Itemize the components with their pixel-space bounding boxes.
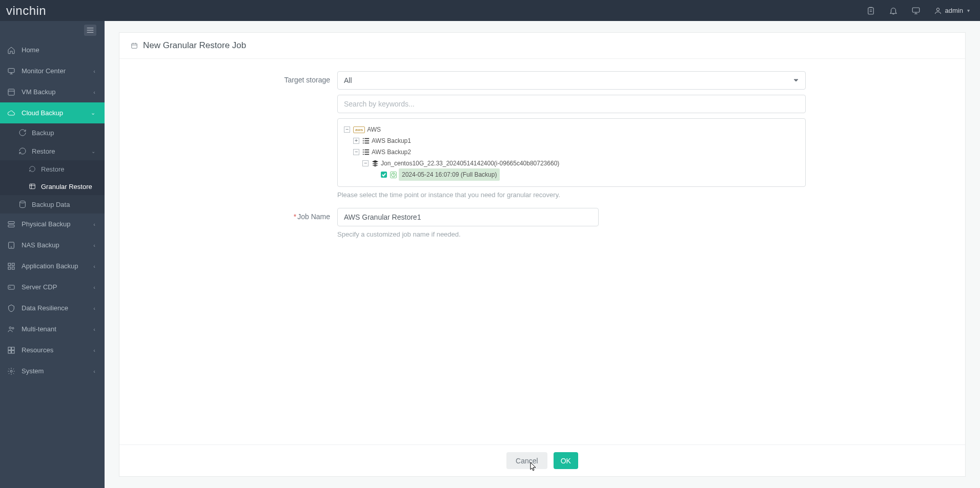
tree-timepoint[interactable]: 2024-05-24 16:07:09 (Full Backup) [344, 169, 799, 180]
chevron-down-icon: ⌄ [91, 148, 95, 154]
tree-backup2-label: AWS Backup2 [372, 146, 411, 158]
svg-point-17 [9, 327, 11, 329]
subnav-backup-data[interactable]: Backup Data [0, 195, 105, 214]
bell-icon[interactable] [889, 6, 898, 15]
nav-application-backup[interactable]: Application Backup ‹ [0, 256, 105, 277]
subsubnav-restore[interactable]: Restore [0, 160, 105, 178]
svg-rect-20 [12, 347, 14, 350]
layers-icon [372, 160, 379, 167]
chevron-down-icon: ▾ [967, 8, 970, 13]
subnav-label: Backup Data [32, 201, 70, 208]
panel-footer: Cancel OK [119, 444, 965, 476]
svg-point-2 [936, 8, 939, 10]
chevron-down-icon: ⌄ [91, 110, 95, 116]
subsubnav-label: Granular Restore [41, 183, 92, 190]
tree-root-label: AWS [367, 124, 381, 135]
nav-monitor[interactable]: Monitor Center ‹ [0, 60, 105, 81]
nav-server-cdp[interactable]: Server CDP ‹ [0, 277, 105, 298]
svg-rect-33 [363, 152, 364, 153]
svg-rect-14 [12, 267, 14, 269]
tree-backup2[interactable]: − AWS Backup2 [344, 146, 799, 158]
search-input[interactable] [337, 95, 806, 113]
nav-nas-backup[interactable]: NAS Backup ‹ [0, 235, 105, 256]
sidebar-toggle-button[interactable] [84, 25, 96, 36]
target-storage-select[interactable]: All [337, 71, 806, 90]
svg-rect-29 [363, 143, 364, 144]
tree-instance-label: Jon_centos10G_22.33_20240514142400(i-096… [381, 158, 559, 169]
nav-label: VM Backup [22, 88, 55, 96]
svg-point-10 [11, 246, 11, 247]
chevron-left-icon: ‹ [93, 284, 95, 290]
nav-multi-tenant[interactable]: Multi-tenant ‹ [0, 319, 105, 340]
collapse-icon[interactable]: − [344, 126, 350, 133]
chevron-left-icon: ‹ [93, 305, 95, 311]
nav-label: System [22, 367, 44, 375]
nas-icon [7, 241, 15, 249]
nav-label: Physical Backup [22, 220, 70, 228]
nav-label: Resources [22, 346, 53, 354]
nav-vm-backup[interactable]: VM Backup ‹ [0, 81, 105, 102]
collapse-icon[interactable]: − [362, 160, 369, 166]
ok-button[interactable]: OK [554, 452, 578, 469]
sidebar: Home Monitor Center ‹ VM Backup ‹ Cloud … [0, 21, 105, 488]
field-job-name: Specify a customized job name if needed. [337, 208, 806, 238]
svg-rect-1 [912, 8, 920, 12]
svg-rect-7 [8, 221, 14, 223]
row-job-name: *Job Name Specify a customized job name … [135, 208, 950, 238]
topbar-right: admin ▾ [866, 6, 970, 15]
undo-icon [18, 147, 27, 155]
nav-cloud-backup[interactable]: Cloud Backup ⌄ [0, 102, 105, 123]
topbar: vinchin admin ▾ [0, 0, 980, 21]
svg-rect-19 [8, 347, 11, 350]
svg-rect-24 [132, 44, 137, 48]
svg-point-16 [10, 287, 10, 287]
app-icon [7, 262, 15, 270]
cancel-button[interactable]: Cancel [506, 452, 547, 469]
svg-rect-0 [868, 8, 873, 14]
monitor-icon[interactable] [911, 6, 921, 15]
user-menu[interactable]: admin ▾ [934, 7, 970, 15]
tree-instance[interactable]: − Jon_centos10G_22.33_20240514142400(i-0… [344, 158, 799, 169]
home-icon [7, 46, 15, 54]
brand-logo: vinchin [6, 4, 46, 18]
nav-physical-backup[interactable]: Physical Backup ‹ [0, 214, 105, 235]
expand-icon[interactable]: + [353, 138, 359, 144]
collapse-icon[interactable]: − [353, 149, 359, 155]
job-name-input[interactable] [337, 208, 599, 226]
calendar-icon [131, 42, 138, 49]
nav-label: NAS Backup [22, 241, 59, 249]
database-icon [18, 200, 27, 208]
panel-body: Target storage All − aws AWS [119, 59, 965, 444]
panel-header: New Granular Restore Job [119, 33, 965, 59]
nav-system[interactable]: System ‹ [0, 360, 105, 381]
svg-point-23 [10, 370, 12, 372]
subnav-restore[interactable]: Restore ⌄ [0, 142, 105, 160]
nav-label: Multi-tenant [22, 325, 56, 333]
clipboard-icon[interactable] [866, 6, 875, 15]
tree-root[interactable]: − aws AWS [344, 124, 799, 135]
checkbox-checked[interactable] [381, 172, 387, 178]
subnav-label: Backup [32, 129, 54, 137]
nav-label: Monitor Center [22, 67, 66, 75]
subnav-backup[interactable]: Backup [0, 123, 105, 142]
chevron-down-icon [793, 77, 799, 83]
subsubnav-granular-restore[interactable]: Granular Restore [0, 178, 105, 195]
label-job-name: *Job Name [135, 208, 337, 238]
tree-backup1[interactable]: + AWS Backup1 [344, 135, 799, 146]
nav-home[interactable]: Home [0, 39, 105, 60]
tree-box: − aws AWS + AWS Backup1 − [337, 118, 806, 187]
nav-label: Home [22, 46, 39, 54]
svg-rect-21 [8, 350, 11, 353]
layout: Home Monitor Center ‹ VM Backup ‹ Cloud … [0, 21, 980, 488]
nav-resources[interactable]: Resources ‹ [0, 340, 105, 360]
nav-data-resilience[interactable]: Data Resilience ‹ [0, 298, 105, 319]
chevron-left-icon: ‹ [93, 326, 95, 332]
svg-rect-26 [364, 138, 369, 139]
svg-rect-28 [364, 140, 369, 141]
row-target-storage: Target storage All − aws AWS [135, 71, 950, 199]
job-name-help: Specify a customized job name if needed. [337, 230, 806, 238]
svg-rect-30 [364, 143, 369, 144]
tree-timepoint-label: 2024-05-24 16:07:09 (Full Backup) [399, 168, 500, 181]
svg-rect-12 [12, 263, 14, 266]
chevron-left-icon: ‹ [93, 347, 95, 353]
